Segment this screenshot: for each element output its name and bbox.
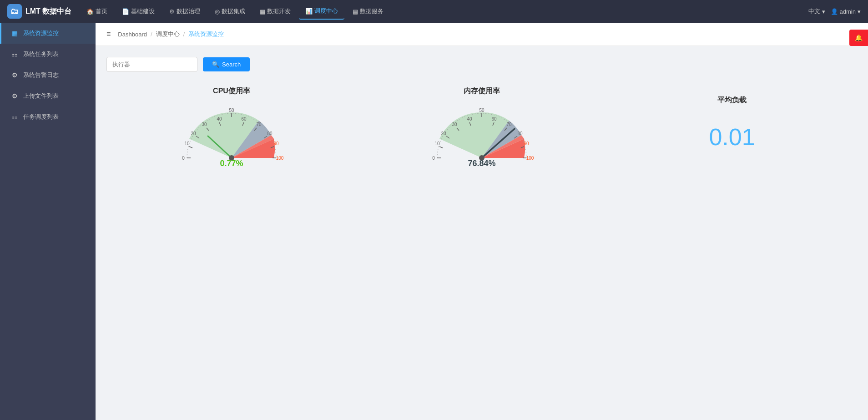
- cpu-gauge-container: 0 10 20 30 40: [177, 103, 286, 167]
- nav-item-zhili[interactable]: ⚙ 数据治理: [163, 4, 207, 19]
- sidebar-item-alert-log[interactable]: ⚙ 系统告警日志: [0, 65, 96, 86]
- content-area: 🔍 Search CPU使用率: [96, 46, 868, 178]
- search-input[interactable]: [106, 57, 197, 72]
- memory-gauge-section: 内存使用率 0: [357, 86, 607, 167]
- search-bar: 🔍 Search: [106, 57, 857, 72]
- svg-text:50: 50: [229, 108, 234, 113]
- logo: 🗂 LMT 数据中台: [7, 4, 80, 19]
- svg-text:0: 0: [432, 156, 435, 161]
- upload-icon: ⚙: [10, 92, 19, 100]
- svg-text:70: 70: [506, 122, 512, 127]
- breadcrumb-current: 系统资源监控: [188, 30, 224, 38]
- sidebar-item-upload-list[interactable]: ⚙ 上传文件列表: [0, 86, 96, 106]
- user-chevron-icon: ▾: [858, 8, 861, 15]
- svg-text:100: 100: [526, 156, 534, 161]
- nav-item-jicheng[interactable]: ◎ 数据集成: [208, 4, 252, 19]
- diaodu-icon: 📊: [305, 8, 313, 15]
- svg-text:90: 90: [524, 141, 529, 146]
- svg-text:30: 30: [202, 122, 207, 127]
- nav-items: 🏠 首页 📄 基础建设 ⚙ 数据治理 ◎ 数据集成 ▦ 数据开发 📊 调度中心 …: [80, 3, 808, 20]
- memory-gauge-title: 内存使用率: [464, 86, 500, 96]
- kaifa-icon: ▦: [260, 8, 265, 15]
- breadcrumb-diaodu[interactable]: 调度中心: [156, 30, 180, 38]
- svg-line-27: [439, 147, 443, 148]
- nav-item-home[interactable]: 🏠 首页: [80, 4, 114, 19]
- avg-load-value: 0.01: [709, 123, 755, 151]
- cpu-gauge-svg: 0 10 20 30 40: [177, 103, 286, 169]
- avg-load-title: 平均负载: [717, 96, 747, 105]
- svg-text:0.77%: 0.77%: [220, 159, 243, 168]
- sidebar: ▦ 系统资源监控 ⚏ 系统任务列表 ⚙ 系统告警日志 ⚙ 上传文件列表 ⚏ 任务…: [0, 23, 96, 420]
- svg-text:10: 10: [434, 141, 440, 146]
- svg-line-2: [189, 147, 192, 148]
- monitor-icon: ▦: [10, 30, 19, 37]
- sidebar-item-task-list[interactable]: ⚏ 系统任务列表: [0, 44, 96, 65]
- nav-right: 中文 ▾ 👤 admin ▾: [808, 7, 861, 15]
- menu-toggle-icon[interactable]: ≡: [106, 30, 111, 38]
- svg-text:80: 80: [267, 131, 273, 136]
- svg-text:80: 80: [517, 131, 523, 136]
- logo-text: LMT 数据中台: [25, 7, 71, 16]
- breadcrumb-bar: ≡ Dashboard / 调度中心 / 系统资源监控: [96, 23, 868, 46]
- memory-gauge-container: 0 10 20 30 40 50 60 70: [427, 103, 536, 167]
- logo-icon: 🗂: [7, 4, 22, 19]
- svg-text:60: 60: [491, 116, 497, 121]
- zhili-icon: ⚙: [169, 8, 175, 15]
- home-icon: 🏠: [86, 8, 94, 15]
- svg-text:60: 60: [241, 116, 247, 121]
- search-button[interactable]: 🔍 Search: [203, 57, 250, 71]
- jicheng-icon: ◎: [215, 8, 220, 15]
- alert-button[interactable]: 🔔: [849, 30, 868, 46]
- breadcrumb-sep-1: /: [151, 31, 152, 38]
- topnav: 🗂 LMT 数据中台 🏠 首页 📄 基础建设 ⚙ 数据治理 ◎ 数据集成 ▦ 数…: [0, 0, 868, 23]
- schedule-icon: ⚏: [10, 113, 19, 121]
- nav-item-fuwu[interactable]: ▤ 数据服务: [346, 4, 390, 19]
- lang-select[interactable]: 中文 ▾: [808, 7, 825, 15]
- breadcrumb-sep-2: /: [183, 31, 185, 38]
- svg-text:76.84%: 76.84%: [468, 159, 495, 168]
- svg-text:40: 40: [467, 116, 472, 121]
- alertlog-icon: ⚙: [10, 71, 19, 79]
- fuwu-icon: ▤: [353, 8, 358, 15]
- sidebar-item-schedule-list[interactable]: ⚏ 任务调度列表: [0, 106, 96, 127]
- alert-icon: 🔔: [855, 34, 863, 41]
- memory-gauge-svg: 0 10 20 30 40 50 60 70: [427, 103, 536, 169]
- main-content: ≡ Dashboard / 调度中心 / 系统资源监控 🔍 Search CPU…: [96, 23, 868, 420]
- gauges-row: CPU使用率: [106, 86, 857, 167]
- svg-text:70: 70: [256, 122, 262, 127]
- avg-load-section: 平均负载 0.01: [607, 86, 857, 151]
- chevron-down-icon: ▾: [822, 8, 825, 15]
- breadcrumb-dashboard[interactable]: Dashboard: [118, 31, 147, 38]
- jichu-icon: 📄: [122, 8, 129, 15]
- sidebar-item-system-monitor[interactable]: ▦ 系统资源监控: [0, 23, 96, 44]
- nav-item-kaifa[interactable]: ▦ 数据开发: [253, 4, 297, 19]
- svg-text:20: 20: [441, 131, 446, 136]
- svg-text:0: 0: [182, 156, 185, 161]
- cpu-gauge-title: CPU使用率: [213, 86, 250, 96]
- svg-text:10: 10: [184, 141, 190, 146]
- svg-text:40: 40: [217, 116, 222, 121]
- svg-text:100: 100: [276, 156, 284, 161]
- svg-text:20: 20: [191, 131, 196, 136]
- tasklist-icon: ⚏: [10, 51, 19, 58]
- cpu-gauge-section: CPU使用率: [106, 86, 357, 167]
- search-icon: 🔍: [212, 61, 219, 68]
- user-icon: 👤: [831, 8, 838, 15]
- svg-text:50: 50: [479, 108, 484, 113]
- nav-item-diaodu[interactable]: 📊 调度中心: [299, 3, 344, 20]
- svg-text:90: 90: [273, 141, 279, 146]
- user-info[interactable]: 👤 admin ▾: [831, 8, 861, 15]
- nav-item-jichu[interactable]: 📄 基础建设: [116, 4, 161, 19]
- svg-text:30: 30: [452, 122, 457, 127]
